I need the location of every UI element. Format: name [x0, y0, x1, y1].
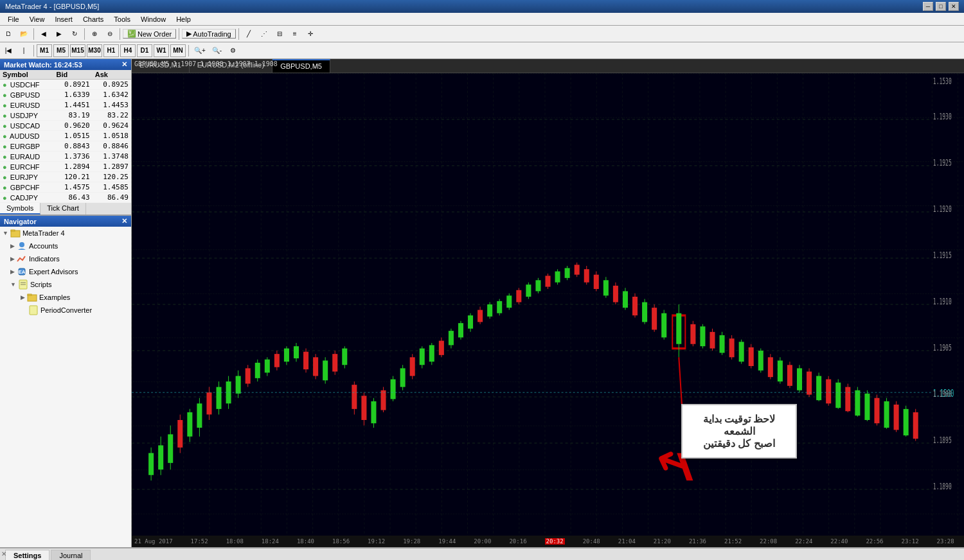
nav-period-converter[interactable]: PeriodConverter — [0, 304, 131, 317]
ask-cell: 1.4453 — [93, 100, 131, 110]
market-watch-row[interactable]: ● EURGBP 0.8843 0.8846 — [0, 141, 131, 152]
open-button[interactable]: 📂 — [17, 27, 31, 41]
zoom-out-button[interactable]: ⊖ — [103, 27, 117, 41]
separator-line[interactable]: | — [17, 44, 31, 58]
svg-rect-160 — [816, 376, 821, 400]
svg-rect-63 — [342, 349, 347, 365]
market-watch-row[interactable]: ● AUDUSD 1.0515 1.0518 — [0, 131, 131, 141]
svg-rect-57 — [313, 357, 318, 376]
nav-accounts[interactable]: ▶ Accounts — [0, 240, 131, 252]
menu-window[interactable]: Window — [136, 14, 171, 24]
symbol-cell: ● USDJPY — [0, 110, 54, 121]
forward-button[interactable]: ▶ — [52, 27, 66, 41]
separator3 — [120, 28, 120, 40]
tf-m1[interactable]: M1 — [37, 44, 52, 57]
time-label-3: 18:08 — [226, 538, 244, 545]
svg-rect-125 — [642, 302, 647, 322]
tf-w1[interactable]: W1 — [154, 44, 169, 57]
menu-charts[interactable]: Charts — [78, 14, 109, 24]
market-watch-row[interactable]: ● USDCHF 0.8921 0.8925 — [0, 80, 131, 90]
zoom-chart-in[interactable]: 🔍+ — [192, 44, 208, 58]
svg-rect-87 — [458, 323, 463, 337]
market-watch-row[interactable]: ● EURAUD 1.3736 1.3748 — [0, 152, 131, 162]
market-watch: Market Watch: 16:24:53 ✕ Symbol Bid Ask … — [0, 59, 131, 216]
market-watch-row[interactable]: ● GBPCHF 1.4575 1.4585 — [0, 182, 131, 193]
col-bid: Bid — [54, 70, 93, 80]
nav-root[interactable]: ▼ MetaTrader 4 — [0, 227, 131, 240]
line-button[interactable]: ╱ — [242, 27, 256, 41]
bid-cell: 1.0515 — [54, 131, 93, 141]
crosshair-button[interactable]: ✛ — [303, 27, 317, 41]
tf-h4[interactable]: H4 — [120, 44, 136, 57]
chart-tab-gbpusdm5[interactable]: GBPUSD,M5 — [272, 59, 330, 73]
nav-indicators[interactable]: ▶ Indicators — [0, 252, 131, 265]
app-title: MetaTrader 4 - [GBPUSD,M5] — [5, 3, 99, 10]
chart-canvas[interactable]: 1.1500 1.1930 1.1925 1.1920 1.1915 1.191… — [132, 73, 964, 536]
maximize-button[interactable]: □ — [936, 2, 946, 11]
settings-tab[interactable]: Settings — [5, 550, 49, 560]
ea-arrow: ▶ — [10, 268, 15, 275]
svg-rect-85 — [449, 331, 454, 345]
time-label-11: 20:16 — [509, 538, 526, 545]
nav-examples[interactable]: ▶ Examples — [0, 291, 131, 304]
symbol-name: EURJPY — [10, 173, 38, 181]
journal-tab[interactable]: Journal — [51, 550, 91, 560]
tf-h1[interactable]: H1 — [103, 44, 119, 57]
panel-close-btn[interactable]: ✕ — [1, 550, 6, 557]
close-button[interactable]: ✕ — [949, 2, 959, 11]
tf-d1[interactable]: D1 — [137, 44, 152, 57]
nav-scripts[interactable]: ▼ Scripts — [0, 278, 131, 291]
props-button[interactable]: ⚙ — [226, 44, 240, 58]
tf-mn[interactable]: MN — [170, 44, 186, 57]
refresh-button[interactable]: ↻ — [67, 27, 82, 41]
menu-file[interactable]: File — [3, 14, 24, 24]
auto-trading-button[interactable]: ▶ AutoTrading — [182, 29, 236, 39]
back-button[interactable]: ◀ — [37, 27, 51, 41]
tf-m30[interactable]: M30 — [87, 44, 102, 57]
market-watch-row[interactable]: ● CADJPY 86.43 86.49 — [0, 193, 131, 203]
trend-button[interactable]: ⋰ — [257, 27, 271, 41]
market-watch-row[interactable]: ● EURJPY 120.21 120.25 — [0, 172, 131, 182]
svg-rect-152 — [778, 360, 783, 381]
minimize-button[interactable]: ─ — [923, 2, 933, 11]
zoom-in-button[interactable]: ⊕ — [87, 27, 102, 41]
zoom-chart-out[interactable]: 🔍- — [210, 44, 224, 58]
new-order-button[interactable]: 💹 New Order — [123, 29, 176, 39]
accounts-arrow: ▶ — [10, 243, 15, 249]
market-watch-row[interactable]: ● GBPUSD 1.6339 1.6342 — [0, 90, 131, 100]
nav-expert-advisors[interactable]: ▶ EA Expert Advisors — [0, 265, 131, 278]
market-watch-close[interactable]: ✕ — [121, 60, 127, 69]
new-button[interactable]: 🗋 — [1, 27, 15, 41]
ask-cell: 1.3748 — [93, 152, 131, 162]
time-label-17: 21:52 — [724, 538, 742, 545]
svg-rect-107 — [555, 272, 560, 283]
menu-insert[interactable]: Insert — [49, 14, 78, 24]
market-watch-row[interactable]: ● USDCAD 0.9620 0.9624 — [0, 121, 131, 131]
period-back-button[interactable]: |◀ — [1, 44, 15, 58]
symbol-name: GBPUSD — [10, 91, 40, 99]
tf-m15[interactable]: M15 — [70, 44, 85, 57]
navigator-close[interactable]: ✕ — [121, 217, 127, 225]
menu-view[interactable]: View — [24, 14, 50, 24]
fib-button[interactable]: ≡ — [288, 27, 302, 41]
symbol-dot: ● — [3, 173, 7, 181]
svg-rect-27 — [168, 434, 173, 463]
svg-rect-67 — [361, 396, 366, 420]
svg-text:1.1910: 1.1910 — [933, 297, 952, 307]
svg-rect-10 — [30, 306, 37, 315]
nav-ea-label: Expert Advisors — [29, 268, 78, 276]
market-watch-row[interactable]: ● USDJPY 83.19 83.22 — [0, 110, 131, 121]
tf-m5[interactable]: M5 — [53, 44, 69, 57]
tick-chart-tab[interactable]: Tick Chart — [40, 203, 86, 214]
channel-button[interactable]: ⊟ — [272, 27, 287, 41]
nav-scripts-label: Scripts — [30, 281, 52, 288]
svg-rect-158 — [807, 372, 812, 395]
svg-text:1.1900: 1.1900 — [933, 389, 952, 399]
symbols-tab[interactable]: Symbols — [0, 203, 40, 214]
market-watch-row[interactable]: ● EURCHF 1.2894 1.2897 — [0, 162, 131, 172]
menu-help[interactable]: Help — [171, 14, 196, 24]
svg-rect-144 — [739, 342, 744, 362]
time-axis: 21 Aug 2017 17:52 18:08 18:24 18:40 18:5… — [132, 536, 964, 547]
market-watch-row[interactable]: ● EURUSD 1.4451 1.4453 — [0, 100, 131, 110]
menu-tools[interactable]: Tools — [109, 14, 136, 24]
